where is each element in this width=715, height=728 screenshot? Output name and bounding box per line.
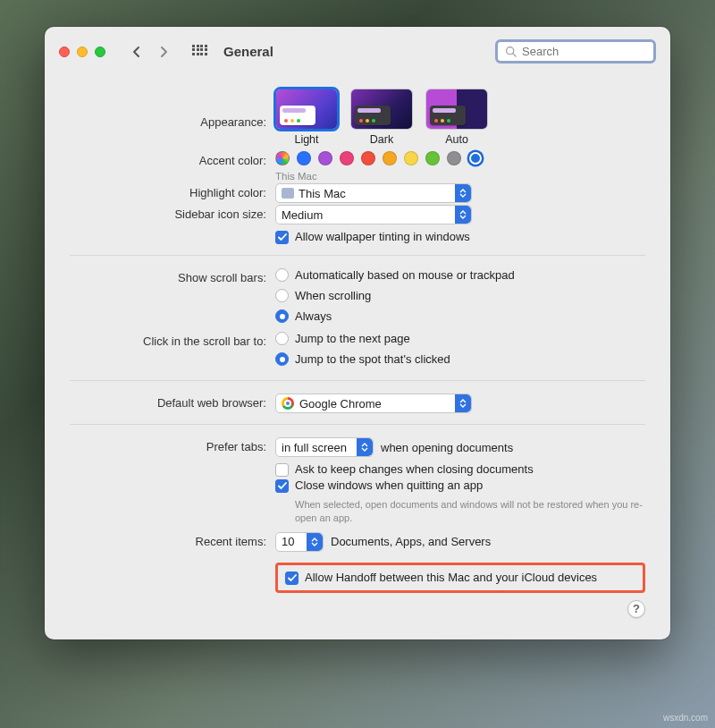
accent-caption: This Mac [275, 171, 645, 182]
highlight-color-label: Highlight color: [70, 183, 275, 199]
allow-handoff-checkbox[interactable]: Allow Handoff between this Mac and your … [285, 571, 635, 585]
accent-swatch-4[interactable] [361, 151, 375, 165]
sidebar-size-select[interactable]: Medium [275, 205, 472, 224]
scrollbars-label: Show scroll bars: [70, 268, 275, 284]
accent-swatch-9[interactable] [468, 151, 483, 165]
window-controls [59, 47, 105, 57]
titlebar: General [45, 27, 670, 74]
ask-keep-changes-checkbox[interactable]: Ask to keep changes when closing documen… [275, 462, 645, 477]
accent-swatch-8[interactable] [447, 151, 461, 165]
search-field[interactable] [495, 39, 656, 63]
close-windows-checkbox[interactable]: Close windows when quitting an app [275, 478, 645, 493]
accent-color-swatches [275, 151, 645, 165]
chevron-updown-icon [455, 394, 471, 412]
click-scroll-label: Click in the scroll bar to: [70, 332, 275, 348]
prefer-tabs-suffix: when opening documents [381, 441, 513, 454]
accent-swatch-6[interactable] [404, 151, 418, 165]
search-icon [505, 46, 517, 57]
chevron-updown-icon [357, 438, 373, 456]
chrome-icon [282, 397, 294, 410]
minimize-window-button[interactable] [77, 47, 88, 57]
sidebar-size-label: Sidebar icon size: [70, 205, 275, 221]
close-windows-hint: When selected, open documents and window… [275, 498, 645, 525]
browser-label: Default web browser: [70, 394, 275, 410]
preferences-window: General Appearance: Light Dark [45, 27, 670, 639]
chevron-updown-icon [455, 184, 471, 202]
accent-swatch-3[interactable] [340, 151, 354, 165]
scrollbars-option-scrolling[interactable]: When scrolling [275, 289, 645, 302]
recent-items-select[interactable]: 10 [275, 532, 324, 552]
prefer-tabs-select[interactable]: in full screen [275, 437, 374, 457]
appearance-label: Appearance: [70, 89, 275, 129]
search-input[interactable] [522, 45, 646, 58]
highlight-swatch-icon [282, 188, 294, 199]
wallpaper-tint-checkbox[interactable]: Allow wallpaper tinting in windows [275, 230, 645, 244]
watermark: wsxdn.com [663, 713, 708, 723]
accent-color-label: Accent color: [70, 151, 275, 167]
accent-swatch-1[interactable] [297, 151, 311, 165]
close-window-button[interactable] [59, 47, 70, 57]
svg-line-1 [513, 54, 516, 56]
scrollbars-option-auto[interactable]: Automatically based on mouse or trackpad [275, 268, 645, 282]
zoom-window-button[interactable] [95, 47, 105, 57]
click-scroll-jump-spot[interactable]: Jump to the spot that's clicked [275, 352, 645, 366]
accent-swatch-5[interactable] [383, 151, 397, 165]
scrollbars-option-always[interactable]: Always [275, 309, 645, 323]
chevron-updown-icon [455, 206, 471, 224]
grid-icon [192, 45, 206, 59]
handoff-highlight: Allow Handoff between this Mac and your … [275, 563, 645, 593]
help-button[interactable]: ? [627, 600, 645, 618]
appearance-option-light[interactable]: Light [275, 89, 338, 146]
default-browser-select[interactable]: Google Chrome [275, 394, 472, 413]
appearance-option-dark[interactable]: Dark [350, 89, 413, 146]
accent-swatch-7[interactable] [425, 151, 440, 165]
window-title: General [223, 44, 273, 59]
forward-button[interactable] [152, 42, 175, 62]
accent-swatch-2[interactable] [318, 151, 332, 165]
show-all-button[interactable] [188, 42, 211, 62]
prefer-tabs-label: Prefer tabs: [70, 437, 275, 453]
appearance-option-auto[interactable]: Auto [425, 89, 488, 146]
highlight-color-select[interactable]: This Mac [275, 183, 472, 203]
back-button[interactable] [125, 42, 148, 62]
recent-items-suffix: Documents, Apps, and Servers [331, 535, 491, 548]
accent-swatch-0[interactable] [275, 151, 290, 165]
recent-items-label: Recent items: [70, 532, 275, 548]
chevron-updown-icon [307, 533, 323, 551]
click-scroll-next-page[interactable]: Jump to the next page [275, 332, 645, 345]
